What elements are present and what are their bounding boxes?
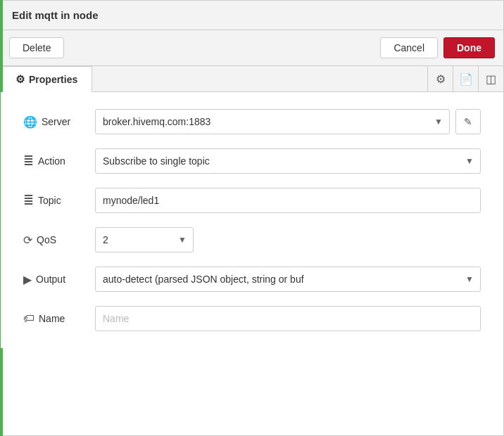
qos-row: ⟳ QoS 0 1 2 ▼ [23, 227, 481, 252]
qos-label: ⟳ QoS [23, 233, 87, 247]
output-row: ▶ Output auto-detect (parsed JSON object… [23, 267, 481, 292]
qos-icon: ⟳ [23, 233, 32, 247]
globe-icon: 🌐 [23, 115, 37, 129]
settings-tab-button[interactable]: ⚙ [427, 66, 453, 91]
document-icon: 📄 [459, 72, 473, 86]
output-select-wrapper: auto-detect (parsed JSON object, string … [95, 267, 481, 292]
delete-button[interactable]: Delete [9, 37, 64, 58]
topic-input[interactable] [95, 188, 481, 213]
topic-icon: ≣ [23, 193, 34, 208]
output-icon: ▶ [23, 273, 32, 286]
server-label: 🌐 Server [23, 115, 87, 129]
layout-tab-button[interactable]: ◫ [478, 66, 503, 91]
action-select-wrapper: Subscribe to single topic Subscribe to m… [95, 148, 481, 174]
action-label: ≣ Action [23, 153, 87, 169]
gear-icon: ⚙ [436, 72, 446, 86]
toolbar: Delete Cancel Done [1, 30, 503, 66]
name-row: 🏷 Name [23, 306, 481, 331]
name-label: 🏷 Name [23, 312, 87, 325]
action-icon: ≣ [23, 153, 34, 169]
properties-tab-icon: ⚙ [15, 73, 25, 86]
done-button[interactable]: Done [443, 37, 495, 58]
properties-tab-label: Properties [29, 74, 77, 85]
output-label: ▶ Output [23, 273, 87, 286]
server-select[interactable]: broker.hivemq.com:1883 [95, 109, 450, 134]
cancel-button[interactable]: Cancel [380, 37, 438, 58]
topic-label: ≣ Topic [23, 193, 87, 208]
action-select[interactable]: Subscribe to single topic Subscribe to m… [95, 148, 481, 174]
topic-row: ≣ Topic [23, 188, 481, 213]
output-select[interactable]: auto-detect (parsed JSON object, string … [95, 267, 481, 292]
server-row: 🌐 Server broker.hivemq.com:1883 ▼ ✎ [23, 109, 481, 134]
dialog-header: Edit mqtt in node [1, 1, 503, 30]
qos-select[interactable]: 0 1 2 [95, 227, 194, 252]
server-edit-button[interactable]: ✎ [455, 109, 481, 134]
action-row: ≣ Action Subscribe to single topic Subsc… [23, 148, 481, 174]
name-icon: 🏷 [23, 312, 34, 325]
dialog-title: Edit mqtt in node [12, 9, 98, 21]
tabs-bar: ⚙ Properties ⚙ 📄 ◫ [1, 66, 503, 92]
pencil-icon: ✎ [464, 116, 472, 127]
qos-select-wrapper: 0 1 2 ▼ [95, 227, 194, 252]
description-tab-button[interactable]: 📄 [453, 66, 478, 91]
tab-icons-group: ⚙ 📄 ◫ [427, 66, 503, 91]
server-select-wrapper: broker.hivemq.com:1883 ▼ [95, 109, 450, 134]
form-body: 🌐 Server broker.hivemq.com:1883 ▼ ✎ ≣ Ac… [1, 92, 503, 348]
name-input[interactable] [95, 306, 481, 331]
edit-dialog: Edit mqtt in node Delete Cancel Done ⚙ P… [0, 0, 504, 436]
layout-icon: ◫ [486, 72, 496, 86]
tab-properties[interactable]: ⚙ Properties [1, 66, 92, 92]
